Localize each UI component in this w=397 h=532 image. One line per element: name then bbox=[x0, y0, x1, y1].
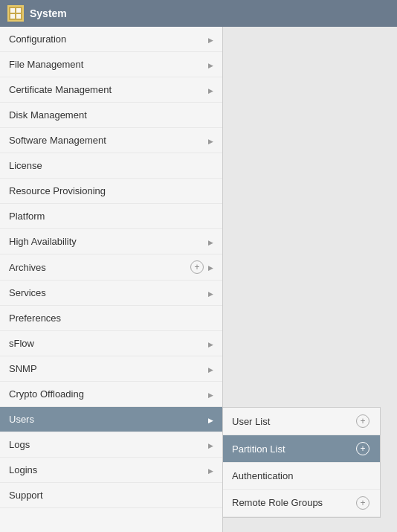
header: System bbox=[0, 0, 397, 27]
arrow-icon-services bbox=[208, 288, 213, 298]
menu-item-logs[interactable]: Logs bbox=[0, 432, 222, 458]
menu-item-file-management[interactable]: File Management bbox=[0, 52, 222, 77]
menu-label-configuration: Configuration bbox=[9, 33, 66, 45]
menu-item-logins[interactable]: Logins bbox=[0, 458, 222, 483]
system-icon bbox=[7, 5, 24, 22]
menu-item-resource-provisioning[interactable]: Resource Provisioning bbox=[0, 179, 222, 204]
menu-item-high-availability[interactable]: High Availability bbox=[0, 229, 222, 254]
svg-rect-0 bbox=[10, 8, 15, 13]
arrow-icon-crypto-offloading bbox=[208, 389, 213, 400]
menu-label-resource-provisioning: Resource Provisioning bbox=[9, 185, 106, 196]
menu-label-snmp: SNMP bbox=[9, 363, 37, 374]
menu-item-support[interactable]: Support bbox=[0, 483, 222, 508]
menu-label-services: Services bbox=[9, 287, 46, 298]
submenu-label-remote-role-groups: Remote Role Groups bbox=[232, 497, 356, 510]
main-menu: Configuration File Management Certificat… bbox=[0, 27, 223, 532]
menu-label-software-management: Software Management bbox=[9, 135, 106, 146]
menu-label-disk-management: Disk Management bbox=[9, 109, 87, 121]
arrow-icon-file-management bbox=[208, 60, 213, 70]
menu-item-configuration[interactable]: Configuration bbox=[0, 27, 222, 52]
submenu-label-authentication: Authentication bbox=[232, 470, 371, 481]
menu-label-support: Support bbox=[9, 490, 43, 501]
menu-label-preferences: Preferences bbox=[9, 313, 61, 324]
header-title: System bbox=[30, 7, 67, 19]
menu-item-snmp[interactable]: SNMP bbox=[0, 356, 222, 382]
menu-item-users[interactable]: Users bbox=[0, 407, 222, 432]
menu-item-platform[interactable]: Platform bbox=[0, 204, 222, 229]
arrow-icon-sflow bbox=[208, 339, 213, 349]
archives-icons: + bbox=[190, 260, 213, 274]
page-wrapper: System Configuration File Management Cer… bbox=[0, 0, 397, 532]
menu-item-archives[interactable]: Archives + bbox=[0, 254, 222, 281]
menu-item-sflow[interactable]: sFlow bbox=[0, 331, 222, 356]
svg-rect-2 bbox=[10, 14, 15, 19]
menu-label-users: Users bbox=[9, 414, 34, 425]
arrow-icon-snmp bbox=[208, 364, 213, 374]
user-list-plus-icon[interactable]: + bbox=[356, 414, 369, 428]
arrow-icon-certificate-management bbox=[208, 85, 213, 95]
submenu-item-partition-list[interactable]: Partition List + bbox=[223, 435, 380, 463]
submenu-users: User List + Partition List + Authenticat… bbox=[223, 407, 381, 518]
menu-label-platform: Platform bbox=[9, 211, 45, 222]
submenu-item-authentication[interactable]: Authentication bbox=[223, 463, 380, 490]
arrow-icon-high-availability bbox=[208, 237, 213, 247]
menu-item-preferences[interactable]: Preferences bbox=[0, 306, 222, 331]
arrow-icon-logs bbox=[208, 440, 213, 450]
menu-label-logs: Logs bbox=[9, 439, 30, 450]
menu-label-file-management: File Management bbox=[9, 59, 83, 70]
svg-rect-3 bbox=[16, 14, 21, 19]
menu-label-sflow: sFlow bbox=[9, 338, 34, 349]
menu-label-certificate-management: Certificate Management bbox=[9, 84, 112, 95]
arrow-icon-archives bbox=[208, 262, 213, 272]
arrow-icon-logins bbox=[208, 465, 213, 475]
menu-label-crypto-offloading: Crypto Offloading bbox=[9, 388, 84, 400]
menu-item-disk-management[interactable]: Disk Management bbox=[0, 103, 222, 128]
arrow-icon-users bbox=[208, 414, 213, 425]
submenu-item-remote-role-groups[interactable]: Remote Role Groups + bbox=[223, 490, 380, 517]
menu-item-crypto-offloading[interactable]: Crypto Offloading bbox=[0, 382, 222, 407]
menu-item-certificate-management[interactable]: Certificate Management bbox=[0, 77, 222, 103]
submenu-label-user-list: User List bbox=[232, 416, 356, 427]
arrow-icon-configuration bbox=[208, 34, 213, 45]
menu-item-license[interactable]: License bbox=[0, 153, 222, 179]
svg-rect-1 bbox=[16, 8, 21, 13]
archives-plus-icon[interactable]: + bbox=[190, 260, 204, 274]
menu-label-archives: Archives bbox=[9, 262, 46, 273]
arrow-icon-software-management bbox=[208, 135, 213, 146]
submenu-item-user-list[interactable]: User List + bbox=[223, 408, 380, 435]
menu-label-logins: Logins bbox=[9, 464, 37, 475]
menu-item-software-management[interactable]: Software Management bbox=[0, 128, 222, 153]
menu-label-license: License bbox=[9, 160, 42, 171]
submenu-label-partition-list: Partition List bbox=[232, 443, 356, 455]
partition-list-plus-icon[interactable]: + bbox=[356, 442, 369, 455]
menu-item-services[interactable]: Services bbox=[0, 281, 222, 306]
remote-role-groups-plus-icon[interactable]: + bbox=[356, 496, 369, 510]
menu-label-high-availability: High Availability bbox=[9, 236, 77, 247]
